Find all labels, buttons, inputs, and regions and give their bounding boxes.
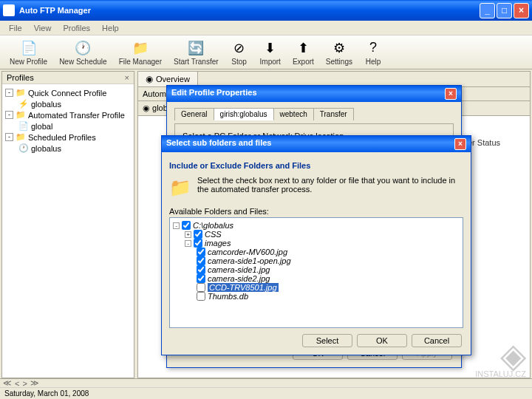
tree-global[interactable]: 📄global [5,120,131,132]
dialog1-close-button[interactable]: × [445,88,457,100]
clock-icon: 🕐 [18,143,29,153]
settings-button[interactable]: ⚙Settings [321,37,358,68]
checkbox-f4[interactable] [197,274,205,283]
fnode-f1[interactable]: camcorder-MV600.jpg [173,248,460,256]
menu-profiles[interactable]: Profiles [57,22,96,34]
window-titlebar: Auto FTP Manager _ □ × [0,0,532,21]
start-transfer-button[interactable]: 🔄Start Transfer [168,37,224,68]
dialog2-close-button[interactable]: × [454,138,466,150]
fnode-f2[interactable]: camera-side1-open.jpg [173,256,460,265]
app-title: Auto FTP Manager [19,6,91,15]
close-button[interactable]: × [514,3,529,18]
tab-webtech[interactable]: webtech [273,108,314,120]
help-icon: ? [364,39,382,57]
new-schedule-button[interactable]: 🕐New Schedule [54,37,112,68]
collapse-icon[interactable]: - [173,222,180,229]
nav-last-icon[interactable]: ≫ [30,378,39,388]
checkbox-f6[interactable] [197,292,205,301]
tab-girish[interactable]: girish:globalus [214,108,274,120]
checkbox-f1[interactable] [197,248,205,256]
import-icon: ⬇ [262,39,279,57]
tab-transfer[interactable]: Transfer [313,108,354,120]
minimize-button[interactable]: _ [480,3,495,18]
profiles-tree: -📁Quick Connect Profile ⚡globalus -📁Auto… [2,84,134,157]
include-desc-row: 📁 Select the check box next to any folde… [169,173,463,207]
available-label: Available Folders and Files: [169,207,463,216]
watermark: ◈ INSTALUJ.CZ [475,342,526,378]
profile-icon: 📄 [18,121,29,131]
profiles-header: Profiles × [2,72,134,84]
fnode-images[interactable]: -images [173,239,460,248]
collapse-icon[interactable]: - [5,111,13,119]
collapse-icon[interactable]: - [5,89,13,97]
menu-file[interactable]: File [3,22,28,34]
tree-scheduled[interactable]: -📁Scheduled Profiles [5,132,131,143]
collapse-icon[interactable]: - [185,240,191,247]
dialog2-title: Select sub folders and files [166,138,271,150]
checkbox-f3[interactable] [197,265,205,274]
file-manager-button[interactable]: 📁File Manager [114,37,167,68]
new-profile-button[interactable]: 📄New Profile [4,37,52,68]
lightning-icon: ⚡ [18,99,29,109]
tab-general[interactable]: General [174,108,214,120]
nav-next-icon[interactable]: > [22,379,27,388]
folder-icon: 📁 [16,132,26,142]
checkbox-f5[interactable] [197,283,205,292]
dialog1-titlebar[interactable]: Edit Profile Properties × [167,86,461,102]
maximize-button[interactable]: □ [497,3,512,18]
stop-button[interactable]: ⊘Stop [225,37,253,68]
gear-icon: ⚙ [330,39,348,57]
dialog2-titlebar[interactable]: Select sub folders and files × [162,136,471,152]
folder-icon: 📁 [132,39,149,57]
tree-quick-connect[interactable]: -📁Quick Connect Profile [5,87,131,98]
dialog2-cancel-button[interactable]: Cancel [412,334,462,347]
statusbar-nav: ≪ < > ≫ [0,379,532,388]
export-button[interactable]: ⬆Export [287,37,319,68]
menubar: File View Profiles Help [0,21,532,35]
watermark-graphic-icon: ◈ [475,342,526,369]
overview-icon: ◉ [146,74,153,84]
checkbox-root[interactable] [182,221,191,230]
menu-help[interactable]: Help [96,22,125,34]
checkbox-css[interactable] [194,230,202,239]
dialog2-ok-button[interactable]: OK [357,334,407,347]
clock-icon: 🕐 [74,39,92,57]
transfer-icon: 🔄 [187,39,205,57]
nav-first-icon[interactable]: ≪ [3,378,12,388]
nav-prev-icon[interactable]: < [15,379,19,388]
tree-auto-transfer[interactable]: -📁Automated Transfer Profile [5,109,131,120]
panel-close-icon[interactable]: × [125,73,129,82]
dialog2-select-button[interactable]: Select [302,334,352,347]
collapse-icon[interactable]: - [5,133,13,141]
include-exclude-header: Include or Exclude Folders and Files [169,158,463,173]
fnode-css[interactable]: +CSS [173,230,460,239]
tree-globalus-2[interactable]: 🕐globalus [5,143,131,154]
dialog2-buttons: Select OK Cancel [169,328,463,349]
status-date: Saturday, March 01, 2008 [0,388,532,399]
menu-view[interactable]: View [28,22,58,34]
profile-icon: 📄 [20,39,38,57]
fnode-f5-selected[interactable]: CCD-TRV8501.jpg [173,283,460,292]
select-subfolders-dialog: Select sub folders and files × Include o… [161,135,471,355]
import-button[interactable]: ⬇Import [255,37,286,68]
toolbar: 📄New Profile 🕐New Schedule 📁File Manager… [0,35,532,69]
fnode-f6[interactable]: Thumbs.db [173,292,460,301]
dialog1-tabs: General girish:globalus webtech Transfer [174,108,454,120]
profiles-title: Profiles [7,73,34,82]
help-button[interactable]: ?Help [359,37,387,68]
checkbox-images[interactable] [194,239,202,248]
dialog1-title: Edit Profile Properties [171,88,257,100]
profiles-panel: Profiles × -📁Quick Connect Profile ⚡glob… [1,71,134,378]
expand-icon[interactable]: + [185,231,191,238]
fnode-f3[interactable]: camera-side1.jpg [173,265,460,274]
folder-check-icon: 📁 [169,176,191,200]
file-tree-box[interactable]: -C:\globalus +CSS -images camcorder-MV60… [169,217,463,328]
tab-overview[interactable]: ◉Overview [138,72,198,86]
folder-icon: 📁 [16,110,26,120]
fnode-f4[interactable]: camera-side2.jpg [173,274,460,283]
checkbox-f2[interactable] [197,256,205,265]
app-icon [3,4,15,16]
tree-globalus-1[interactable]: ⚡globalus [5,98,131,109]
fnode-root[interactable]: -C:\globalus [173,221,460,230]
folder-icon: 📁 [16,88,26,98]
